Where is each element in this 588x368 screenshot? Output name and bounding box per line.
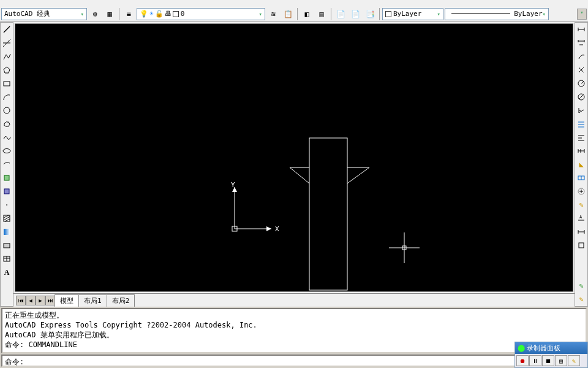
dimension-arc-tool[interactable] xyxy=(575,64,587,76)
toolbar-button[interactable]: 📄 xyxy=(349,7,362,21)
layer-states-icon[interactable]: 📋 xyxy=(281,7,295,21)
plot-icon: 🖶 xyxy=(165,10,172,18)
command-window[interactable]: 正在重生成模型。 AutoCAD Express Tools Copyright… xyxy=(1,308,587,353)
hatch-tool[interactable] xyxy=(1,212,13,224)
color-label: ByLayer xyxy=(393,10,421,18)
table-tool[interactable] xyxy=(1,253,13,265)
layer-previous-icon[interactable]: ≋ xyxy=(266,7,280,21)
stop-button[interactable]: ⏹ xyxy=(542,355,554,366)
arc-tool[interactable] xyxy=(1,91,13,103)
record-button[interactable]: ⏺ xyxy=(516,355,529,366)
match-properties-tool[interactable]: ✎ xyxy=(575,293,587,305)
dimension-radius-tool[interactable] xyxy=(575,77,587,90)
command-input[interactable]: 命令: xyxy=(1,355,587,367)
modify-toolbar: ◣ ✎ A ✎ ✎ xyxy=(575,22,588,307)
text-tool[interactable]: A xyxy=(1,266,13,278)
canvas-container: Y X ⏮ ◀ ▶ ⏭ 模型 布局1 布局2 xyxy=(13,22,575,307)
lock-icon: 🔓 xyxy=(155,10,164,18)
chevron-down-icon: ▾ xyxy=(259,11,262,17)
dimension-update-tool[interactable] xyxy=(575,226,587,238)
recorder-title: 录制器面板 xyxy=(527,343,560,353)
region-tool[interactable] xyxy=(1,239,13,251)
leader-tool[interactable]: ◣ xyxy=(575,158,587,171)
dimension-edit-tool[interactable]: ✎ xyxy=(575,199,587,211)
tab-prev-button[interactable]: ◀ xyxy=(26,296,36,305)
svg-rect-7 xyxy=(4,175,9,180)
spline-tool[interactable] xyxy=(1,131,13,144)
svg-point-6 xyxy=(3,149,10,153)
tab-layout1[interactable]: 布局1 xyxy=(78,294,107,307)
color-dropdown[interactable]: ByLayer ▾ xyxy=(382,8,443,20)
cmd-history-line: 正在重生成模型。 xyxy=(5,310,583,320)
distance-tool[interactable] xyxy=(575,23,587,36)
quick-dimension-tool[interactable] xyxy=(575,118,587,130)
polygon-tool[interactable] xyxy=(1,64,13,76)
svg-rect-57 xyxy=(579,243,584,248)
insert-block-tool[interactable] xyxy=(1,172,13,184)
layout-tabs: ⏮ ◀ ▶ ⏭ 模型 布局1 布局2 xyxy=(13,293,575,307)
properties-tool[interactable]: ✎ xyxy=(575,280,587,292)
pause-button[interactable]: ⏸ xyxy=(529,355,541,366)
dimension-aligned-tool[interactable] xyxy=(575,50,587,63)
standard-toolbar xyxy=(0,0,588,6)
toolbar-button[interactable]: 📑 xyxy=(363,7,377,21)
tolerance-tool[interactable] xyxy=(575,172,587,184)
revision-cloud-tool[interactable] xyxy=(1,118,13,130)
dimension-continue-tool[interactable] xyxy=(575,145,587,157)
construction-line-tool[interactable] xyxy=(1,37,13,49)
dimension-text-edit-tool[interactable]: A xyxy=(575,212,587,224)
svg-point-5 xyxy=(4,107,10,113)
chevron-down-icon[interactable]: ▾ xyxy=(577,9,587,20)
circle-tool[interactable] xyxy=(1,104,13,117)
svg-rect-13 xyxy=(4,229,10,235)
recorder-controls: ⏺ ⏸ ⏹ ▤ ✎ xyxy=(515,354,587,367)
tab-layout2[interactable]: 布局2 xyxy=(107,294,135,307)
draw-toolbar: · A xyxy=(0,22,13,307)
tab-model[interactable]: 模型 xyxy=(55,294,79,307)
ucs-y-label: Y xyxy=(231,181,235,189)
dimstyle-tool[interactable] xyxy=(575,239,587,251)
workspace-settings-icon[interactable]: ⚙ xyxy=(88,7,102,21)
polyline-tool[interactable] xyxy=(1,50,13,63)
svg-marker-3 xyxy=(4,67,10,73)
chevron-down-icon: ▾ xyxy=(437,11,440,17)
recorder-button[interactable]: ▤ xyxy=(555,355,567,366)
dimension-diameter-tool[interactable] xyxy=(575,91,587,103)
toolbar-button[interactable]: ◧ xyxy=(300,7,314,21)
dimension-angular-tool[interactable] xyxy=(575,104,587,117)
ellipse-arc-tool[interactable] xyxy=(1,158,13,171)
toolbar-button[interactable]: ▦ xyxy=(103,7,116,21)
drawing-object xyxy=(287,136,379,295)
chevron-down-icon: ▾ xyxy=(81,11,84,17)
layer-color-swatch xyxy=(173,11,179,17)
recorder-title-bar[interactable]: ⬤ 录制器面板 xyxy=(515,342,587,354)
svg-rect-14 xyxy=(4,243,10,248)
dimension-linear-tool[interactable] xyxy=(575,37,587,49)
tab-last-button[interactable]: ⏭ xyxy=(45,296,55,305)
gradient-tool[interactable] xyxy=(1,226,13,238)
ellipse-tool[interactable] xyxy=(1,145,13,157)
center-mark-tool[interactable] xyxy=(575,185,587,197)
drawing-canvas[interactable]: Y X xyxy=(15,23,573,292)
linetype-sample xyxy=(451,13,510,14)
color-swatch xyxy=(385,11,391,17)
make-block-tool[interactable] xyxy=(1,185,13,197)
chevron-down-icon: ▾ xyxy=(543,11,546,17)
line-tool[interactable] xyxy=(1,23,13,36)
workspace-toolbar: AutoCAD 经典 ▾ ⚙ ▦ ≡ 💡 ☀ 🔓 🖶 0 ▾ ≋ 📋 ◧ ▤ 📄… xyxy=(0,6,588,22)
toolbar-button[interactable]: 📄 xyxy=(334,7,347,21)
dimension-baseline-tool[interactable] xyxy=(575,131,587,144)
layer-manager-icon[interactable]: ≡ xyxy=(122,7,135,21)
layer-dropdown[interactable]: 💡 ☀ 🔓 🖶 0 ▾ xyxy=(137,8,265,20)
workspace-dropdown[interactable]: AutoCAD 经典 ▾ xyxy=(1,8,87,20)
svg-marker-21 xyxy=(266,226,271,231)
point-tool[interactable]: · xyxy=(1,199,13,211)
tab-next-button[interactable]: ▶ xyxy=(36,296,45,305)
recorder-panel: ⬤ 录制器面板 ⏺ ⏸ ⏹ ▤ ✎ xyxy=(514,342,588,368)
tab-first-button[interactable]: ⏮ xyxy=(16,296,26,305)
toolbar-button[interactable]: ▤ xyxy=(315,7,328,21)
rectangle-tool[interactable] xyxy=(1,77,13,90)
recorder-button[interactable]: ✎ xyxy=(568,355,580,366)
linetype-dropdown[interactable]: ByLayer ▾ xyxy=(445,8,549,20)
svg-rect-4 xyxy=(4,82,10,86)
